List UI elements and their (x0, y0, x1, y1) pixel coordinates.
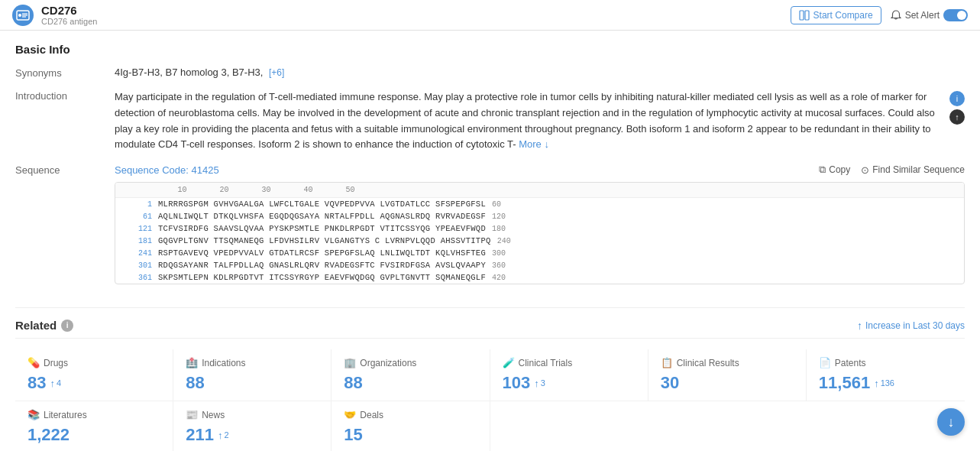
sequence-line: 361SKPSMTLEPN KDLRPGDTVT ITCSSYRGYP EAEV… (115, 271, 964, 284)
sequence-header: Sequence Code: 41425 ⧉ Copy ⊙ Find Simil… (115, 164, 965, 176)
sequence-value: Sequence Code: 41425 ⧉ Copy ⊙ Find Simil… (115, 164, 965, 284)
stat-label: Drugs (44, 358, 68, 368)
stat-value-row: 88 (186, 373, 319, 393)
stat-value: 30 (661, 373, 679, 393)
introduction-label: Introduction (15, 89, 115, 102)
intro-row: May participate in the regulation of T-c… (115, 89, 965, 153)
stat-value-row: 83 ↑4 (27, 373, 160, 393)
sequence-line-data: MLRRRGSPGM GVHVGAALGA LWFCLTGALE VQVPEDP… (158, 200, 486, 209)
sequence-row: Sequence Sequence Code: 41425 ⧉ Copy ⊙ F… (15, 164, 965, 284)
sequence-line: 241RSPTGAVEVQ VPEDPVVALV GTDATLRCSF SPEP… (115, 247, 964, 259)
stat-value-row: 30 (661, 373, 794, 393)
stat-item[interactable]: 📄 Patents 11,561 ↑136 (807, 349, 965, 401)
ruler-10: 10 (161, 186, 203, 194)
stat-delta: ↑136 (874, 378, 894, 389)
related-section: Related i ↑ Increase in Last 30 days 💊 D… (0, 308, 980, 451)
stat-value-row: 103 ↑3 (503, 373, 636, 393)
sequence-line-end-num: 240 (497, 237, 511, 245)
stat-value-row: 88 (344, 373, 477, 393)
stat-delta: ↑2 (218, 430, 229, 441)
more-link[interactable]: More ↓ (519, 138, 549, 150)
stat-label-row: 🧪 Clinical Trials (503, 357, 636, 368)
section-title: Basic Info (15, 43, 965, 56)
synonyms-label: Synonyms (15, 67, 115, 79)
delta-value: 3 (541, 378, 545, 388)
header-left: CD276 CD276 antigen (12, 4, 97, 26)
page-subtitle: CD276 antigen (41, 17, 97, 26)
stat-label: Patents (835, 358, 866, 368)
stat-item[interactable]: 🤝 Deals 15 (332, 401, 490, 451)
delta-arrow-icon: ↑ (218, 430, 223, 441)
compare-label: Start Compare (813, 10, 873, 21)
sequence-code: Sequence Code: 41425 (115, 164, 219, 176)
stat-value-row: 1,222 (27, 425, 160, 445)
sequence-line-data: SKPSMTLEPN KDLRPGDTVT ITCSSYRGYP EAEVFWQ… (158, 273, 486, 282)
delta-arrow-icon: ↑ (874, 378, 879, 389)
copy-button[interactable]: ⧉ Copy (819, 164, 850, 176)
stat-label: Clinical Trials (519, 358, 573, 368)
introduction-row: Introduction May participate in the regu… (15, 89, 965, 153)
set-alert-button[interactable]: Set Alert (891, 9, 968, 21)
stat-icon: 🤝 (344, 409, 356, 420)
svg-point-1 (18, 14, 21, 17)
sequence-line-number: 121 (121, 225, 152, 233)
sequence-line-data: AQLNLIWQLT DTKQLVHSFA EGQDQGSAYA NRTALFP… (158, 212, 486, 221)
header-titles: CD276 CD276 antigen (41, 4, 97, 26)
stat-item[interactable]: 🧪 Clinical Trials 103 ↑3 (490, 349, 648, 401)
introduction-text: May participate in the regulation of T-c… (115, 89, 945, 153)
stat-item[interactable]: 💊 Drugs 83 ↑4 (15, 349, 173, 401)
stat-label-row: 💊 Drugs (27, 357, 160, 368)
alert-toggle[interactable] (943, 9, 968, 21)
stat-item[interactable]: 📋 Clinical Results 30 (648, 349, 807, 401)
info-icon-button[interactable]: i (949, 91, 965, 106)
stat-value: 15 (344, 425, 362, 445)
stat-label-row: 📋 Clinical Results (661, 357, 794, 368)
copy-icon: ⧉ (819, 164, 826, 176)
delta-value: 4 (57, 378, 61, 388)
svg-rect-5 (800, 11, 804, 20)
ruler-20: 20 (203, 186, 245, 194)
sequence-line-number: 361 (121, 274, 152, 282)
stat-value-row: 15 (344, 425, 477, 445)
ruler-30: 30 (245, 186, 287, 194)
compare-icon (799, 10, 810, 21)
stat-icon: 🏥 (186, 357, 198, 368)
app-icon (12, 5, 34, 26)
sequence-line-end-num: 60 (492, 200, 501, 209)
stat-label: Indications (202, 358, 245, 368)
increase-arrow-icon: ↑ (857, 320, 862, 332)
stats-grid-2: 📚 Literatures 1,222 📰 News 211 ↑2 🤝 Deal… (15, 401, 965, 451)
stat-value: 11,561 (819, 373, 870, 393)
stat-value: 211 (186, 425, 214, 445)
sequence-line: 61AQLNLIWQLT DTKQLVHSFA EGQDQGSAYA NRTAL… (115, 210, 964, 222)
stat-icon: 💊 (27, 357, 40, 368)
ruler-40: 40 (287, 186, 329, 194)
sequence-line-number: 241 (121, 249, 152, 258)
related-header: Related i ↑ Increase in Last 30 days (15, 319, 965, 339)
stat-value: 88 (344, 373, 362, 393)
sequence-box[interactable]: 10 20 30 40 50 1MLRRRGSPGM GVHVGAALGA LW… (115, 182, 965, 284)
sequence-line: 1MLRRRGSPGM GVHVGAALGA LWFCLTGALE VQVPED… (115, 198, 964, 210)
stat-item[interactable]: 📰 News 211 ↑2 (173, 401, 332, 451)
sequence-line: 181GQGVPLTGNV TTSQMANEQG LFDVHSILRV VLGA… (115, 235, 964, 247)
sequence-line: 301RDQGSAYANR TALFPDLLAQ GNASLRLQRV RVAD… (115, 259, 964, 271)
stat-icon: 📰 (186, 409, 198, 420)
stat-value-row: 11,561 ↑136 (819, 373, 953, 393)
stat-item[interactable]: 🏢 Organizations 88 (332, 349, 490, 401)
stat-label: Organizations (360, 358, 416, 368)
find-similar-icon: ⊙ (861, 164, 869, 176)
stat-item[interactable]: 📚 Literatures 1,222 (15, 401, 173, 451)
stat-delta: ↑4 (50, 378, 61, 389)
stat-item[interactable]: 🏥 Indications 88 (173, 349, 332, 401)
stat-value: 83 (27, 373, 46, 393)
find-similar-button[interactable]: ⊙ Find Similar Sequence (861, 164, 965, 176)
sequence-actions: ⧉ Copy ⊙ Find Similar Sequence (819, 164, 965, 176)
synonyms-more-link[interactable]: [+6] (269, 67, 284, 78)
stat-value: 88 (186, 373, 204, 393)
collapse-icon-button[interactable]: ↑ (949, 109, 965, 125)
start-compare-button[interactable]: Start Compare (791, 6, 881, 24)
related-info-icon[interactable]: i (61, 320, 73, 332)
stat-label-row: 📰 News (186, 409, 319, 420)
scroll-to-top-button[interactable]: ↓ (937, 408, 965, 436)
synonyms-text: 4Ig-B7-H3, B7 homolog 3, B7-H3, (115, 67, 263, 78)
